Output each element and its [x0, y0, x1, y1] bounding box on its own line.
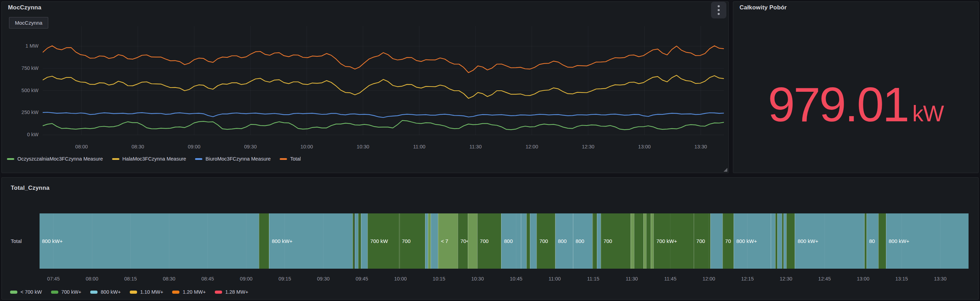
x-tick-label: 11:30 [461, 144, 489, 149]
timeline-segment [710, 213, 722, 269]
timeline-segment [878, 213, 886, 269]
y-tick-label: 750 kW [4, 66, 38, 71]
timeline-segment [468, 213, 477, 269]
x-tick-label: 08:45 [194, 276, 221, 282]
gridline [786, 213, 786, 269]
timeline-segment [597, 213, 601, 269]
timeline-segment [428, 213, 431, 269]
x-tick-label: 09:00 [180, 144, 208, 149]
legend-swatch-icon [172, 291, 180, 294]
gridline [323, 213, 323, 269]
legend-label: Total [290, 156, 301, 162]
panel-title[interactable]: Total_Czynna [11, 184, 49, 192]
gridline [246, 213, 247, 269]
stat-unit: kW [912, 101, 943, 126]
legend-label: 1.10 MW+ [140, 289, 163, 295]
x-tick-label: 12:45 [811, 276, 838, 282]
gridline [670, 213, 670, 269]
timeline-segment [259, 213, 269, 269]
gridline [130, 213, 131, 269]
legend-item[interactable]: < 700 kW [10, 289, 42, 295]
x-tick-label: 10:30 [464, 276, 492, 282]
series-line-4 [43, 46, 724, 73]
timeline-band[interactable]: 800 kW+800 kW+700 kW700< 770<70080070080… [40, 213, 969, 269]
legend-label: 1.20 MW+ [183, 289, 205, 295]
x-tick-label: 11:30 [618, 276, 646, 282]
timeline-segment [521, 213, 527, 269]
panel-title[interactable]: Całkowity Pobór [740, 4, 787, 11]
stat-display: 979.01 kW [768, 77, 944, 133]
legend-item[interactable]: 800 kW+ [90, 289, 121, 295]
x-tick-label: 08:15 [116, 276, 144, 282]
x-tick-label: 08:00 [78, 276, 106, 282]
timeline-segment [358, 213, 361, 269]
legend-swatch-icon [7, 158, 14, 160]
x-tick-label: 13:00 [630, 144, 658, 149]
panel-total-czynna: Total_Czynna Total 800 kW+800 kW+700 kW7… [2, 177, 978, 299]
series-line-2 [43, 75, 724, 98]
x-tick-label: 13:00 [849, 276, 877, 282]
legend-swatch-icon [130, 291, 137, 294]
legend-item[interactable]: BiuroMoc3FCzynna Measure [195, 156, 271, 162]
timeline-segment: 70< [458, 213, 468, 269]
legend-item[interactable]: 1.28 MW+ [215, 289, 248, 295]
legend-item[interactable]: 1.20 MW+ [172, 289, 205, 295]
segment-label: 800 kW+ [795, 213, 864, 269]
segment-label: 800 [573, 213, 592, 269]
segment-label: 80 [867, 213, 879, 269]
y-tick-label: 1 MW [4, 43, 38, 49]
gridline [747, 213, 748, 269]
gridline [516, 213, 516, 269]
x-tick-label: 10:45 [502, 276, 530, 282]
kebab-menu-icon[interactable] [711, 2, 726, 18]
segment-label: 800 kW+ [269, 213, 353, 269]
stat-value: 979.01 [768, 77, 908, 133]
panel-title[interactable]: MocCzynna [8, 4, 41, 11]
timeline-segment [634, 213, 643, 269]
legend-label: 800 kW+ [101, 289, 121, 295]
timeline-segment: 800 kW+ [733, 213, 771, 269]
x-tick-label: 13:30 [687, 144, 714, 149]
segment-label: 800 kW+ [886, 213, 969, 269]
x-tick-label: 09:00 [232, 276, 260, 282]
timeline-segment: < 7 [438, 213, 457, 269]
timeline-segment [530, 213, 536, 269]
timeline-segment: 800 [573, 213, 592, 269]
x-tick-label: 10:00 [293, 144, 321, 149]
gridline [555, 213, 555, 269]
x-tick-label: 12:15 [733, 276, 761, 282]
timeline-segment: 700 kW [368, 213, 399, 269]
legend-item[interactable]: 1.10 MW+ [130, 289, 163, 295]
legend-label: < 700 kW [21, 289, 42, 295]
gridline [92, 213, 92, 269]
timeline-segment [425, 213, 428, 269]
legend-item[interactable]: HalaMoc3FCzynna Measure [112, 156, 186, 162]
timeseries-plot[interactable] [43, 23, 724, 138]
timeline-segment [643, 213, 646, 269]
legend-item[interactable]: OczyszczalniaMoc3FCzynna Measure [7, 156, 103, 162]
series-line-3 [43, 112, 724, 117]
x-tick-label: 08:30 [155, 276, 183, 282]
segment-label: 70 [723, 213, 733, 269]
x-tick-label: 09:30 [310, 276, 337, 282]
x-tick-label: 11:45 [657, 276, 684, 282]
panel-resize-handle[interactable] [724, 168, 727, 172]
segment-label: 800 kW+ [734, 213, 771, 269]
timeline-segment: 700 [694, 213, 710, 269]
legend-label: OczyszczalniaMoc3FCzynna Measure [18, 156, 103, 162]
timeline-segment [651, 213, 654, 269]
timeline-legend: < 700 kW700 kW+800 kW+1.10 MW+1.20 MW+1.… [10, 289, 248, 295]
timeline-segment [646, 213, 651, 269]
y-tick-label: 250 kW [4, 109, 38, 115]
x-tick-label: 13:15 [888, 276, 915, 282]
legend-swatch-icon [280, 158, 287, 160]
y-tick-label: 500 kW [4, 88, 38, 93]
segment-label: 700 kW+ [654, 213, 694, 269]
x-tick-label: 09:15 [271, 276, 299, 282]
timeline-segment [355, 213, 358, 269]
segment-label: 800 kW+ [40, 213, 259, 269]
gridline [400, 213, 401, 269]
legend-item[interactable]: Total [280, 156, 301, 162]
segment-label: < 7 [438, 213, 457, 269]
legend-item[interactable]: 700 kW+ [51, 289, 81, 295]
